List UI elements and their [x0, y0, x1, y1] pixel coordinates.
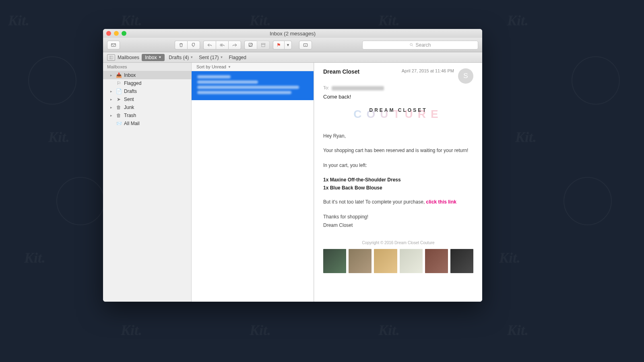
body-p3: But it's not too late! To complete your … [323, 199, 473, 206]
svg-rect-7 [111, 56, 113, 59]
document-icon: 📄 [116, 88, 122, 94]
mail-window: Inbox (2 messages) ⚑ ▼ Search [103, 29, 482, 302]
compose-icon [248, 42, 254, 48]
move-button[interactable] [299, 41, 312, 49]
minimize-window-icon[interactable] [114, 31, 119, 36]
paper-plane-icon: ➤ [116, 97, 122, 102]
forward-icon [232, 42, 237, 48]
svg-rect-4 [303, 43, 307, 46]
search-placeholder: Search [415, 42, 431, 48]
body-p1: Your shopping cart has been reserved and… [323, 147, 473, 154]
to-line: To: [323, 85, 473, 90]
close-window-icon[interactable] [106, 31, 111, 36]
search-input[interactable]: Search [362, 41, 478, 49]
flag-button[interactable]: ⚑ [273, 41, 284, 49]
message-list-item[interactable] [192, 71, 314, 100]
svg-rect-6 [109, 56, 111, 59]
copyright: Copyright © 2016 Dream Closet Couture [323, 241, 473, 245]
thumbs-down-icon [191, 42, 196, 48]
svg-rect-0 [111, 43, 116, 46]
message-date: April 27, 2015 at 11:46 PM [402, 68, 454, 73]
sidebar-item-inbox[interactable]: ▸📥Inbox [103, 71, 191, 79]
product-thumb[interactable] [425, 249, 448, 273]
reply-all-icon [219, 42, 225, 48]
compose-button[interactable] [244, 41, 257, 49]
reply-icon [207, 42, 213, 48]
sidebar-item-trash[interactable]: ▸🗑Trash [103, 111, 191, 119]
sidebar-item-junk[interactable]: ▸🗑Junk [103, 103, 191, 111]
archive-icon [260, 42, 266, 48]
junk-button[interactable] [187, 41, 200, 49]
trash-icon: 🗑 [116, 113, 122, 118]
svg-point-5 [410, 43, 413, 46]
cart-items: 1x Maxine Off-the-Shoulder Dress 1x Blue… [323, 177, 473, 191]
sidebar-item-drafts[interactable]: ▸📄Drafts [103, 87, 191, 95]
product-thumbnails [323, 249, 473, 273]
from-name: Dream Closet [323, 68, 402, 75]
sent-fav[interactable]: Sent (17)▼ [197, 55, 225, 60]
sidebar-item-all-mail[interactable]: 📨All Mail [103, 119, 191, 128]
inbox-pill[interactable]: Inbox▼ [142, 54, 165, 61]
sidebar-item-flagged[interactable]: ⚐Flagged [103, 79, 191, 87]
svg-rect-1 [249, 43, 252, 46]
mailboxes-toggle-button[interactable] [107, 54, 115, 61]
flag-menu-button[interactable]: ▼ [284, 41, 292, 49]
product-thumb[interactable] [374, 249, 397, 273]
favorites-bar: Mailboxes Inbox▼ Drafts (4)▼ Sent (17)▼ … [103, 52, 482, 63]
brand-logo: COUTURE DREAM CLOSET [323, 107, 473, 123]
sidebar-heading: Mailboxes [103, 63, 191, 71]
delete-button[interactable] [175, 41, 187, 49]
body-p5: Dream Closet [323, 222, 473, 229]
product-thumb[interactable] [349, 249, 372, 273]
forward-button[interactable] [228, 41, 241, 49]
window-title: Inbox (2 messages) [103, 31, 482, 37]
flag-outline-icon: ⚐ [116, 80, 122, 86]
archive-button[interactable] [257, 41, 270, 49]
dropdown-box-icon [303, 42, 308, 48]
drafts-fav[interactable]: Drafts (4)▼ [167, 55, 195, 60]
get-mail-button[interactable] [107, 41, 120, 49]
flagged-fav[interactable]: Flagged [227, 55, 248, 60]
product-thumb[interactable] [323, 249, 346, 273]
product-thumb[interactable] [450, 249, 473, 273]
zoom-window-icon[interactable] [122, 31, 126, 36]
sort-button[interactable]: Sort by Unread▼ [192, 63, 314, 71]
message-list: Sort by Unread▼ [192, 63, 314, 302]
mailboxes-label[interactable]: Mailboxes [118, 55, 139, 60]
reply-button[interactable] [203, 41, 216, 49]
chevron-down-icon: ▼ [286, 43, 290, 47]
envelope-icon [111, 42, 116, 48]
flag-icon: ⚑ [277, 42, 281, 48]
body-greeting: Hey Ryan, [323, 133, 473, 140]
sidebar: Mailboxes ▸📥Inbox ⚐Flagged ▸📄Drafts ▸➤Se… [103, 63, 192, 302]
subject-line: Come back! [323, 94, 473, 100]
svg-rect-3 [262, 44, 265, 47]
body-p4: Thanks for shopping! [323, 214, 473, 220]
inbox-icon: 📥 [116, 72, 122, 78]
sender-avatar: S [458, 68, 473, 84]
trash-icon [178, 42, 184, 48]
message-reader: Dream Closet April 27, 2015 at 11:46 PM … [314, 63, 482, 302]
product-thumb[interactable] [400, 249, 423, 273]
search-icon [409, 43, 414, 47]
tray-icon: 📨 [116, 121, 122, 126]
titlebar: Inbox (2 messages) [103, 29, 482, 38]
sidebar-item-sent[interactable]: ▸➤Sent [103, 95, 191, 103]
reply-all-button[interactable] [216, 41, 228, 49]
toolbar: ⚑ ▼ Search [103, 38, 482, 52]
junk-box-icon: 🗑 [116, 105, 122, 110]
to-address-redacted [332, 86, 384, 90]
body-p2: In your cart, you left: [323, 162, 473, 169]
complete-purchase-link[interactable]: click this link [426, 199, 456, 205]
